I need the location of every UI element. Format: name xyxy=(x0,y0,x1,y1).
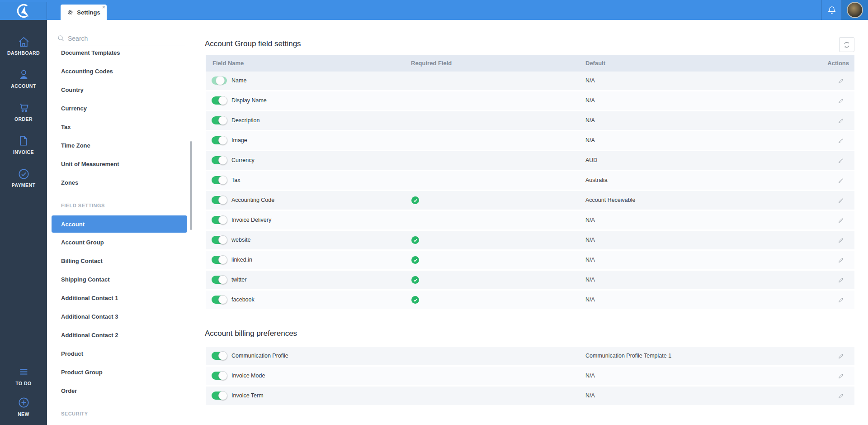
column-field-name: Field Name xyxy=(212,60,244,67)
notifications-button[interactable] xyxy=(822,0,841,20)
gear-icon xyxy=(67,9,74,16)
menu-item-tax[interactable]: Tax xyxy=(47,118,194,136)
menu-scrollbar-thumb[interactable] xyxy=(190,141,192,230)
toggle-facebook[interactable] xyxy=(212,296,227,304)
edit-button-communication-profile[interactable] xyxy=(837,352,845,360)
edit-button-accounting-code[interactable] xyxy=(837,196,845,205)
field-label: Currency xyxy=(231,157,255,163)
main-content: Account Group field settings Field Name … xyxy=(194,20,868,425)
toggle-knob xyxy=(218,351,227,360)
tab-close-icon[interactable]: × xyxy=(102,4,105,10)
rail-item-account[interactable]: ACCOUNT xyxy=(0,62,47,95)
table-row-invoice-term: Invoice TermN/A xyxy=(206,387,854,405)
edit-button-website[interactable] xyxy=(837,236,845,244)
menu-item-product[interactable]: Product xyxy=(47,344,194,363)
toggle-description[interactable] xyxy=(212,116,227,124)
table-row-name: NameN/A xyxy=(206,72,854,90)
menu-item-additional-contact-1[interactable]: Additional Contact 1 xyxy=(47,289,194,307)
toggle-knob xyxy=(218,136,227,145)
tab-settings[interactable]: Settings × xyxy=(61,5,107,20)
menu-item-zones[interactable]: Zones xyxy=(47,173,194,192)
toggle-linked-in[interactable] xyxy=(212,256,227,264)
default-value: N/A xyxy=(585,257,595,263)
avatar xyxy=(847,2,863,18)
table-row-accounting-code: Accounting CodeAccount Receivable xyxy=(206,191,854,210)
field-label: Name xyxy=(231,77,246,84)
edit-button-name[interactable] xyxy=(837,77,845,85)
field-label: Accounting Code xyxy=(231,197,274,203)
default-value: N/A xyxy=(585,392,595,399)
edit-button-twitter[interactable] xyxy=(837,276,845,284)
toggle-image[interactable] xyxy=(212,136,227,144)
app-logo[interactable] xyxy=(0,2,47,20)
toggle-knob xyxy=(218,235,227,244)
menu-item-currency[interactable]: Currency xyxy=(47,99,194,118)
edit-button-linked-in[interactable] xyxy=(837,256,845,264)
person-icon xyxy=(18,68,30,81)
field-label: linked.in xyxy=(231,257,252,263)
menu-item-time-zone[interactable]: Time Zone xyxy=(47,136,194,155)
toggle-twitter[interactable] xyxy=(212,276,227,284)
menu-item-order[interactable]: Order xyxy=(47,382,194,400)
rail-item-dashboard[interactable]: DASHBOARD xyxy=(0,29,47,62)
toggle-accounting-code[interactable] xyxy=(212,196,227,204)
edit-button-currency[interactable] xyxy=(837,157,845,165)
rail-item-invoice[interactable]: INVOICE xyxy=(0,128,47,161)
toggle-communication-profile[interactable] xyxy=(212,352,227,360)
menu-item-accounting-codes[interactable]: Accounting Codes xyxy=(47,62,194,81)
menu-item-additional-contact-2[interactable]: Additional Contact 2 xyxy=(47,326,194,344)
refresh-button[interactable] xyxy=(839,37,854,52)
toggle-invoice-term[interactable] xyxy=(212,392,227,400)
bell-icon xyxy=(827,5,837,15)
rail-item-order[interactable]: ORDER xyxy=(0,95,47,128)
list-icon xyxy=(18,366,30,378)
toggle-knob xyxy=(218,215,227,224)
toggle-name[interactable] xyxy=(212,76,227,85)
field-label: Invoice Mode xyxy=(231,372,265,379)
table-header: Field Name Required Field Default Action… xyxy=(206,55,854,72)
table-row-image: ImageN/A xyxy=(206,131,854,150)
menu-item-account[interactable]: Account xyxy=(52,215,187,233)
user-menu[interactable] xyxy=(842,0,868,20)
column-required-field: Required Field xyxy=(411,60,452,67)
menu-item-country[interactable]: Country xyxy=(47,81,194,99)
rail-item-label: TO DO xyxy=(15,381,31,386)
edit-button-invoice-mode[interactable] xyxy=(837,372,845,380)
toggle-website[interactable] xyxy=(212,236,227,244)
default-value: N/A xyxy=(585,372,595,379)
edit-button-image[interactable] xyxy=(837,137,845,145)
edit-button-description[interactable] xyxy=(837,117,845,125)
menu-item-additional-contact-3[interactable]: Additional Contact 3 xyxy=(47,307,194,326)
toggle-tax[interactable] xyxy=(212,176,227,184)
required-check-icon xyxy=(411,256,419,264)
edit-button-invoice-delivery[interactable] xyxy=(837,216,845,224)
menu-item-account-group[interactable]: Account Group xyxy=(47,233,194,252)
table-row-facebook: facebookN/A xyxy=(206,291,854,309)
toggle-invoice-mode[interactable] xyxy=(212,372,227,380)
menu-item-document-templates[interactable]: Document Templates xyxy=(47,43,194,62)
toggle-display-name[interactable] xyxy=(212,96,227,105)
default-value: N/A xyxy=(585,217,595,223)
edit-button-invoice-term[interactable] xyxy=(837,392,845,400)
menu-item-billing-contact[interactable]: Billing Contact xyxy=(47,252,194,270)
rail-item-new[interactable]: NEW xyxy=(0,393,47,420)
required-check-icon xyxy=(411,296,419,304)
required-check-icon xyxy=(411,276,419,284)
primary-sidebar: DASHBOARD ACCOUNT ORDER INVOICE PAYMENT … xyxy=(0,0,47,425)
search-input[interactable] xyxy=(68,33,176,44)
menu-item-unit-of-measurement[interactable]: Unit of Measurement xyxy=(47,155,194,173)
rail-item-payment[interactable]: PAYMENT xyxy=(0,161,47,194)
required-check-icon xyxy=(411,196,419,204)
toggle-knob xyxy=(218,275,227,284)
rail-item-to-do[interactable]: TO DO xyxy=(0,363,47,389)
logo-icon xyxy=(15,2,32,19)
edit-button-tax[interactable] xyxy=(837,177,845,185)
menu-item-shipping-contact[interactable]: Shipping Contact xyxy=(47,270,194,289)
edit-button-display-name[interactable] xyxy=(837,97,845,105)
field-label: twitter xyxy=(231,277,246,283)
toggle-currency[interactable] xyxy=(212,156,227,164)
table-row-linked-in: linked.inN/A xyxy=(206,251,854,269)
toggle-invoice-delivery[interactable] xyxy=(212,216,227,224)
edit-button-facebook[interactable] xyxy=(837,296,845,304)
menu-item-product-group[interactable]: Product Group xyxy=(47,363,194,382)
